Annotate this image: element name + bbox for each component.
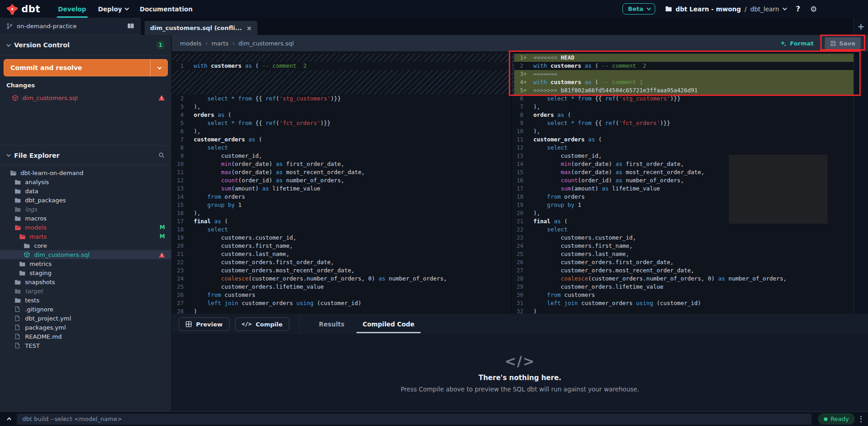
code-line[interactable]: 26 from customers: [172, 291, 511, 299]
code-line[interactable]: 18 select: [172, 226, 511, 234]
changed-file-row[interactable]: dim_customers.sql: [0, 92, 171, 103]
tree-item-analysis[interactable]: analysis: [0, 177, 171, 186]
code-line[interactable]: 24 customers.first_name,: [512, 242, 853, 250]
tree-item--gitignore[interactable]: .gitignore: [0, 305, 171, 314]
code-line[interactable]: 7customer_orders as (: [172, 135, 511, 144]
code-line[interactable]: 15 group by 1: [172, 201, 511, 209]
code-line[interactable]: 25 customer_orders.lifetime_value: [172, 283, 511, 291]
code-line[interactable]: 22 customer_orders.first_order_date,: [172, 258, 511, 266]
status-text: Ready: [831, 416, 849, 422]
tree-item-logs[interactable]: logs: [0, 205, 171, 214]
tab-dim-customers[interactable]: dim_customers.sql (confli... ×: [145, 21, 257, 35]
nav-develop[interactable]: Develop: [52, 0, 92, 18]
code-line[interactable]: 23 customers.customer_id,: [512, 234, 853, 242]
code-line[interactable]: 17final as (: [172, 217, 511, 226]
code-line[interactable]: 20 customers.first_name,: [172, 242, 511, 250]
search-icon[interactable]: [158, 152, 165, 159]
code-line[interactable]: 14 from orders: [172, 193, 511, 201]
code-line[interactable]: 10 min(order_date) as first_order_date,: [172, 160, 511, 168]
code-line[interactable]: 30 from customers: [512, 291, 853, 299]
tree-item-packages-yml[interactable]: packages.yml: [0, 323, 171, 332]
tree-item-models[interactable]: modelsM: [0, 223, 171, 232]
code-line[interactable]: 8orders as (: [512, 111, 853, 119]
tree-item-label: TEST: [25, 342, 40, 349]
code-line[interactable]: 13 sum(amount) as lifetime_value: [172, 185, 511, 193]
code-line[interactable]: 27 customer_orders.most_recent_order_dat…: [512, 266, 853, 275]
code-line[interactable]: 22 select: [512, 226, 853, 234]
nav-documentation[interactable]: Documentation: [134, 0, 198, 18]
compile-button[interactable]: </> Compile: [235, 317, 290, 331]
tree-item-test[interactable]: TEST: [0, 341, 171, 350]
tree-item-snapshots[interactable]: snapshots: [0, 277, 171, 286]
file-explorer-header[interactable]: File Explorer: [0, 145, 171, 165]
tab-results[interactable]: Results: [319, 314, 344, 335]
status-badge[interactable]: Ready: [818, 413, 855, 425]
commit-and-resolve-button[interactable]: Commit and resolve: [4, 59, 168, 76]
code-line[interactable]: 21 customers.last_name,: [172, 250, 511, 258]
chevron-up-icon[interactable]: [7, 417, 11, 422]
preview-button[interactable]: Preview: [179, 317, 230, 331]
code-line[interactable]: 19 customers.customer_id,: [172, 234, 511, 242]
tree-item-metrics[interactable]: metrics: [0, 259, 171, 268]
tree-item-dbt-packages[interactable]: dbt_packages: [0, 195, 171, 205]
code-line[interactable]: 16),: [172, 209, 511, 217]
tree-item-readme-md[interactable]: README.md: [0, 332, 171, 341]
code-line[interactable]: 8 select: [172, 144, 511, 152]
code-line[interactable]: 12 select: [512, 144, 853, 152]
version-control-header[interactable]: Version Control 1: [0, 35, 171, 55]
tree-item-core[interactable]: core: [0, 241, 171, 250]
git-branch-header[interactable]: on-demand-practice: [0, 18, 141, 35]
commit-options-caret[interactable]: [150, 60, 167, 76]
docs-book-icon[interactable]: [127, 23, 135, 30]
editor-pane-left[interactable]: 1with customers as ( -- comment 22 selec…: [172, 51, 511, 314]
help-button[interactable]: ?: [796, 5, 800, 13]
kebab-menu-icon[interactable]: [860, 415, 862, 423]
code-line[interactable]: 32): [512, 307, 853, 314]
code-line[interactable]: 7),: [512, 103, 853, 111]
settings-gear-icon[interactable]: ⚙: [810, 5, 817, 14]
breadcrumb-marts[interactable]: marts: [211, 40, 229, 47]
code-line[interactable]: 5 select * from {{ ref('fct_orders')}}: [172, 119, 511, 127]
tab-compiled-code[interactable]: Compiled Code: [363, 314, 415, 335]
tree-item-staging[interactable]: staging: [0, 268, 171, 277]
code-line[interactable]: 12 count(order_id) as number_of_orders,: [172, 176, 511, 185]
new-tab-button[interactable]: +: [854, 18, 868, 31]
tree-item-dim-customers-sql[interactable]: dim_customers.sql: [0, 250, 171, 259]
code-line[interactable]: 23 customer_orders.most_recent_order_dat…: [172, 266, 511, 275]
tree-item-tests[interactable]: tests: [0, 296, 171, 305]
code-line[interactable]: 28): [172, 307, 511, 314]
code-line[interactable]: 6),: [172, 127, 511, 135]
tree-item-macros[interactable]: macros: [0, 214, 171, 223]
file-icon: [15, 315, 22, 321]
code-line[interactable]: 2 select * from {{ ref('stg_customers')}…: [172, 95, 511, 103]
code-line[interactable]: 28 coalesce(customer_orders.number_of_or…: [512, 275, 853, 283]
breadcrumb-file[interactable]: dim_customers.sql: [238, 40, 294, 47]
breadcrumb-models[interactable]: models: [180, 40, 201, 47]
code-line[interactable]: 3),: [172, 103, 511, 111]
code-line[interactable]: 25 customers.last_name,: [512, 250, 853, 258]
command-input[interactable]: [17, 414, 812, 425]
beta-dropdown[interactable]: Beta: [622, 3, 655, 15]
tree-item-target[interactable]: target: [0, 286, 171, 296]
tab-close-icon[interactable]: ×: [246, 25, 252, 32]
code-line[interactable]: 31 left join customer_orders using (cust…: [512, 299, 853, 307]
dbt-logo[interactable]: dbt: [6, 3, 40, 15]
tree-item-dbt-learn-on-demand[interactable]: dbt-learn-on-demand: [0, 168, 171, 177]
code-line[interactable]: 11 max(order_date) as most_recent_order_…: [172, 168, 511, 176]
code-line[interactable]: 29 customer_orders.lifetime_value: [512, 283, 853, 291]
project-switcher[interactable]: dbt Learn - mwong / dbt_learn: [665, 5, 786, 13]
format-button[interactable]: Format: [780, 40, 813, 47]
tree-item-marts[interactable]: martsM: [0, 232, 171, 241]
tree-item-dbt-project-yml[interactable]: dbt_project.yml: [0, 314, 171, 323]
code-line[interactable]: 24 coalesce(customer_orders.number_of_or…: [172, 275, 511, 283]
code-line[interactable]: 27 left join customer_orders using (cust…: [172, 299, 511, 307]
code-line[interactable]: 26 customer_orders.first_order_date,: [512, 258, 853, 266]
code-line[interactable]: 11customer_orders as (: [512, 135, 853, 144]
code-line[interactable]: 4orders as (: [172, 111, 511, 119]
code-line[interactable]: 10),: [512, 127, 853, 135]
tree-item-data[interactable]: data: [0, 186, 171, 195]
code-line[interactable]: 9 customer_id,: [172, 152, 511, 160]
nav-deploy[interactable]: Deploy: [92, 0, 134, 18]
code-line[interactable]: 9 select * from {{ ref('fct_orders')}}: [512, 119, 853, 127]
code-line[interactable]: 1with customers as ( -- comment 2: [172, 62, 511, 70]
